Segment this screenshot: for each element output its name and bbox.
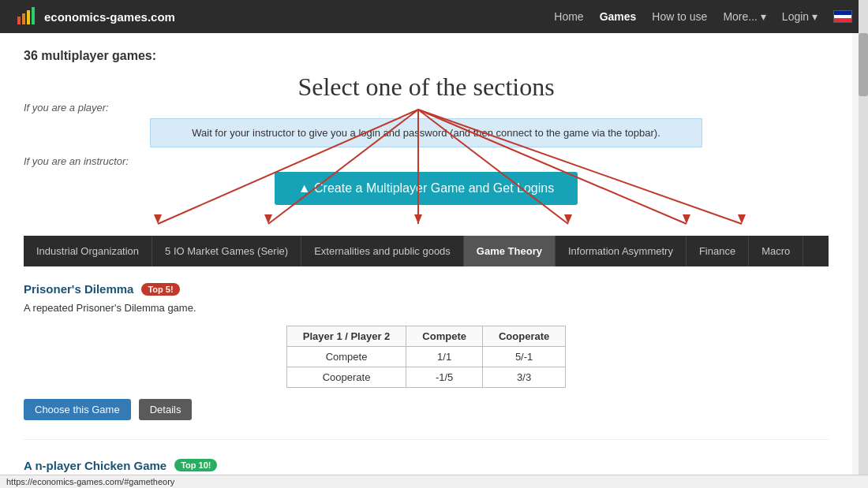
main-content: 36 multiplayer games: Select one of the … (0, 33, 852, 488)
badge-top5: Top 5! (141, 283, 179, 296)
btn-row-1: Choose this Game Details (24, 399, 829, 420)
status-bar: https://economics-games.com/#gametheory (0, 475, 868, 488)
table-header-players: Player 1 / Player 2 (286, 326, 406, 346)
navbar: economics-games.com Home Games How to us… (0, 0, 868, 33)
tab-information-asymmetry[interactable]: Information Asymmetry (556, 236, 687, 266)
select-section-title: Select one of the sections (24, 73, 829, 102)
nav-login[interactable]: Login ▾ (782, 10, 817, 23)
table-cell-compete-label: Compete (286, 346, 406, 367)
nav-games[interactable]: Games (600, 10, 637, 23)
game-description-prisoners-dilemma: A repeated Prisoner's Dilemma game. (24, 300, 829, 316)
if-instructor-label: If you are an instructor: (24, 155, 829, 167)
player-section: If you are a player: Wait for your instr… (24, 102, 829, 147)
scrollbar[interactable] (859, 0, 868, 488)
tab-externalities[interactable]: Externalities and public goods (301, 236, 464, 266)
nav-howto[interactable]: How to use (652, 10, 707, 23)
tab-finance[interactable]: Finance (687, 236, 749, 266)
game-prisoners-dilemma: Prisoner's Dilemma Top 5! A repeated Pri… (24, 282, 829, 440)
game-title-chicken[interactable]: A n-player Chicken Game (24, 459, 166, 472)
tab-io-market-games[interactable]: 5 IO Market Games (Serie) (152, 236, 301, 266)
svg-rect-0 (17, 17, 21, 24)
game-title-row-2: A n-player Chicken Game Top 10! (24, 459, 829, 472)
badge-top10: Top 10! (174, 459, 217, 471)
brand-text: economics-games.com (44, 10, 175, 24)
table-cell-cooperate-compete: -1/5 (406, 367, 483, 387)
create-game-button[interactable]: Create a Multiplayer Game and Get Logins (275, 172, 578, 205)
table-row: Cooperate -1/5 3/3 (286, 367, 566, 387)
table-cell-compete-compete: 1/1 (406, 346, 483, 367)
tabs-bar: Industrial Organization 5 IO Market Game… (24, 236, 829, 266)
table-row: Compete 1/1 5/-1 (286, 346, 566, 367)
payoff-table-prisoners-dilemma: Player 1 / Player 2 Compete Cooperate Co… (286, 326, 567, 388)
nav-more[interactable]: More... ▾ (723, 10, 765, 23)
svg-marker-15 (738, 214, 746, 224)
svg-marker-12 (414, 214, 422, 224)
scrollbar-thumb[interactable] (859, 33, 868, 96)
svg-rect-1 (22, 13, 25, 24)
svg-marker-14 (683, 214, 690, 224)
svg-marker-10 (154, 214, 162, 224)
svg-marker-13 (564, 214, 572, 224)
brand-icon (16, 6, 38, 28)
table-cell-compete-cooperate: 5/-1 (482, 346, 565, 367)
details-button-1[interactable]: Details (139, 399, 193, 420)
page-count: 36 multiplayer games: (24, 49, 829, 63)
if-player-label: If you are a player: (24, 102, 829, 114)
table-cell-cooperate-cooperate: 3/3 (482, 367, 565, 387)
svg-rect-3 (32, 7, 35, 24)
player-message-box: Wait for your instructor to give you a l… (150, 118, 702, 147)
svg-rect-2 (27, 10, 30, 24)
game-title-row-1: Prisoner's Dilemma Top 5! (24, 282, 829, 296)
table-header-compete: Compete (406, 326, 483, 346)
choose-game-button-1[interactable]: Choose this Game (24, 399, 131, 420)
instructor-section: If you are an instructor: Create a Multi… (24, 155, 829, 205)
player-message: Wait for your instructor to give you a l… (192, 127, 660, 139)
table-cell-cooperate-label: Cooperate (286, 367, 406, 387)
table-header-cooperate: Cooperate (482, 326, 565, 346)
svg-marker-11 (264, 214, 272, 224)
brand: economics-games.com (16, 6, 175, 28)
tab-game-theory[interactable]: Game Theory (464, 236, 556, 266)
tab-industrial-organization[interactable]: Industrial Organization (24, 236, 152, 266)
tab-macro[interactable]: Macro (749, 236, 803, 266)
game-title-prisoners-dilemma[interactable]: Prisoner's Dilemma (24, 282, 133, 296)
status-url: https://economics-games.com/#gametheory (6, 477, 174, 486)
language-flag[interactable] (833, 10, 852, 23)
nav-home[interactable]: Home (554, 10, 583, 23)
navbar-links: Home Games How to use More... ▾ Login ▾ (554, 10, 852, 23)
